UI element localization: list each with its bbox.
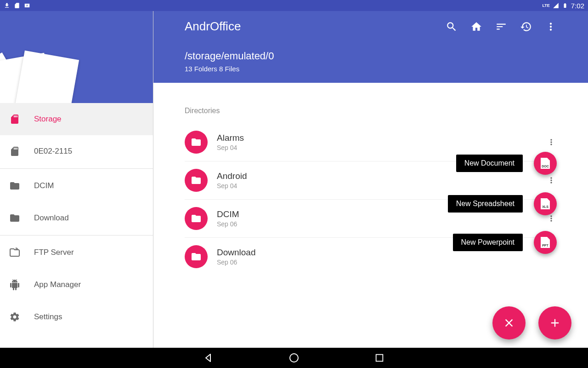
android-icon bbox=[9, 279, 20, 290]
fab-new-powerpoint[interactable]: PPT bbox=[534, 231, 557, 254]
signal-icon bbox=[553, 2, 559, 9]
sidebar-item-label: App Manager bbox=[34, 280, 81, 289]
sidebar-item-ftp[interactable]: FTP Server bbox=[0, 236, 153, 269]
home-icon[interactable] bbox=[470, 21, 482, 33]
path-summary: 13 Folders 8 Files bbox=[185, 65, 557, 73]
sidebar-item-download[interactable]: Download bbox=[0, 202, 153, 234]
more-icon[interactable] bbox=[546, 175, 557, 186]
folder-icon bbox=[9, 213, 20, 224]
directory-name: Alarms bbox=[217, 133, 537, 143]
sidebar-item-label: 0E02-2115 bbox=[34, 147, 72, 156]
lte-indicator: LTE bbox=[542, 3, 549, 8]
ftp-icon bbox=[9, 247, 20, 258]
app-bar: AndrOffice bbox=[153, 11, 588, 83]
fab-close[interactable] bbox=[492, 306, 526, 339]
sd-notification-icon bbox=[14, 2, 20, 9]
svg-text:A: A bbox=[26, 4, 28, 7]
xls-badge-icon: XLS bbox=[541, 198, 550, 209]
sidebar-header bbox=[0, 11, 153, 103]
search-icon[interactable] bbox=[446, 21, 458, 33]
battery-icon bbox=[562, 2, 568, 9]
folder-icon bbox=[185, 207, 208, 230]
sidebar-item-external[interactable]: 0E02-2115 bbox=[0, 135, 153, 167]
ppt-badge-icon: PPT bbox=[541, 237, 550, 248]
sidebar: Storage 0E02-2115 DCIM Download bbox=[0, 11, 153, 348]
fab-tooltip-ppt: New Powerpoint bbox=[453, 234, 523, 251]
section-label: Directories bbox=[185, 107, 557, 115]
folder-icon bbox=[185, 131, 208, 154]
download-icon bbox=[4, 2, 10, 9]
sidebar-item-label: Storage bbox=[34, 115, 62, 124]
history-icon[interactable] bbox=[520, 21, 532, 33]
doc-badge-icon: DOC bbox=[541, 158, 550, 169]
clock-time: 7:02 bbox=[571, 2, 584, 10]
fab-new-spreadsheet[interactable]: XLS bbox=[534, 192, 557, 215]
sd-card-icon bbox=[9, 114, 20, 125]
app-title: AndrOffice bbox=[185, 19, 241, 34]
more-icon[interactable] bbox=[546, 137, 557, 148]
directory-date: Sep 04 bbox=[217, 144, 537, 151]
fab-add[interactable] bbox=[538, 306, 571, 339]
overflow-menu-icon[interactable] bbox=[545, 21, 557, 33]
svg-rect-3 bbox=[376, 355, 383, 362]
sidebar-item-settings[interactable]: Settings bbox=[0, 301, 153, 333]
current-path: /storage/emulated/0 bbox=[185, 50, 557, 62]
sidebar-item-storage[interactable]: Storage bbox=[0, 103, 153, 135]
fab-tooltip-xls: New Spreadsheet bbox=[448, 195, 523, 213]
directory-date: Sep 06 bbox=[217, 220, 537, 228]
nav-back-icon[interactable] bbox=[203, 352, 215, 364]
svg-point-2 bbox=[290, 354, 298, 362]
keyboard-icon: A bbox=[24, 2, 30, 9]
sidebar-item-label: Settings bbox=[34, 312, 62, 322]
status-bar: A LTE 7:02 bbox=[0, 0, 588, 11]
sidebar-item-label: FTP Server bbox=[34, 248, 74, 257]
nav-recents-icon[interactable] bbox=[373, 352, 385, 364]
gear-icon bbox=[9, 311, 20, 322]
sort-icon[interactable] bbox=[495, 21, 507, 33]
fab-new-document[interactable]: DOC bbox=[534, 152, 557, 175]
fab-tooltip-doc: New Document bbox=[456, 155, 523, 172]
directory-date: Sep 04 bbox=[217, 182, 537, 190]
sidebar-item-label: Download bbox=[34, 213, 69, 223]
sidebar-item-dcim[interactable]: DCIM bbox=[0, 170, 153, 202]
folder-icon bbox=[9, 180, 20, 191]
sidebar-item-label: DCIM bbox=[34, 181, 54, 190]
folder-icon bbox=[185, 169, 208, 192]
nav-home-icon[interactable] bbox=[288, 352, 300, 364]
directory-date: Sep 06 bbox=[217, 259, 557, 266]
folder-icon bbox=[185, 245, 208, 268]
main-panel: AndrOffice bbox=[153, 11, 588, 348]
sidebar-item-appmanager[interactable]: App Manager bbox=[0, 269, 153, 301]
android-nav-bar bbox=[0, 348, 588, 368]
sd-card-icon mounted bbox=[9, 146, 20, 157]
